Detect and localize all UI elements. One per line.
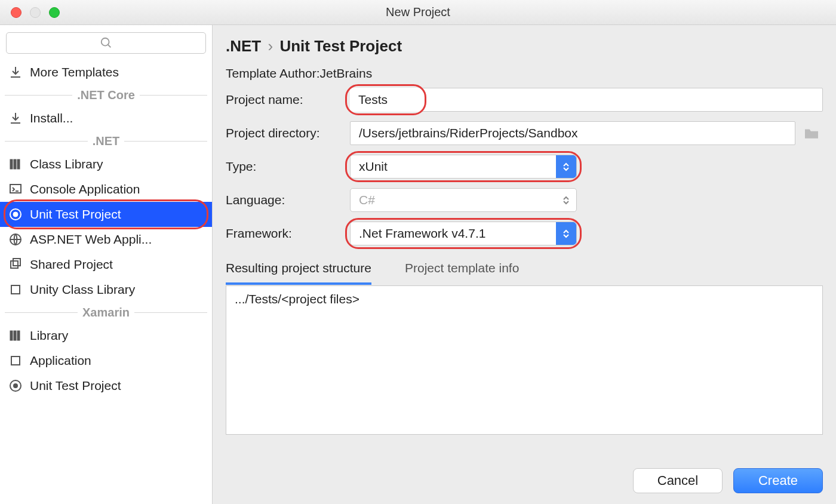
sidebar-item-xam-app[interactable]: Application bbox=[0, 348, 212, 373]
type-select[interactable]: xUnit bbox=[350, 155, 577, 179]
sidebar-item-label: More Templates bbox=[30, 65, 119, 79]
search-input[interactable] bbox=[6, 32, 206, 54]
chevron-updown-icon bbox=[556, 222, 576, 245]
svg-rect-2 bbox=[10, 159, 13, 169]
framework-select[interactable]: .Net Framework v4.7.1 bbox=[350, 222, 577, 245]
svg-rect-11 bbox=[11, 285, 20, 294]
sidebar-item-shared[interactable]: Shared Project bbox=[0, 252, 212, 277]
console-icon bbox=[8, 182, 23, 196]
test-icon bbox=[8, 379, 23, 393]
chevron-updown-icon bbox=[556, 155, 576, 178]
template-author: Template Author:JetBrains bbox=[226, 66, 823, 81]
svg-rect-13 bbox=[14, 331, 16, 340]
sidebar-item-aspnet[interactable]: ASP.NET Web Appli... bbox=[0, 227, 212, 252]
footer-buttons: Cancel Create bbox=[633, 468, 823, 493]
svg-point-0 bbox=[101, 38, 109, 46]
framework-label: Framework: bbox=[226, 226, 350, 241]
sidebar-item-label: Class Library bbox=[30, 157, 103, 171]
group-dotnet: .NET bbox=[0, 134, 212, 148]
globe-icon bbox=[8, 232, 23, 247]
sidebar-item-unit-test[interactable]: Unit Test Project bbox=[0, 202, 212, 227]
sidebar-item-label: Console Application bbox=[30, 182, 140, 196]
svg-rect-4 bbox=[17, 159, 20, 169]
window-controls bbox=[11, 7, 60, 18]
more-templates-item[interactable]: More Templates bbox=[0, 60, 212, 85]
project-dir-label: Project directory: bbox=[226, 126, 350, 140]
sidebar-item-label: ASP.NET Web Appli... bbox=[30, 232, 152, 247]
tabs: Resulting project structure Project temp… bbox=[226, 257, 823, 285]
project-name-input[interactable] bbox=[350, 88, 422, 112]
svg-rect-10 bbox=[13, 259, 20, 266]
main-layout: More Templates .NET Core Install... .NET… bbox=[0, 25, 836, 504]
sidebar-item-class-library[interactable]: Class Library bbox=[0, 152, 212, 177]
library-icon bbox=[8, 328, 23, 343]
folder-icon bbox=[803, 127, 820, 140]
svg-point-17 bbox=[13, 383, 18, 388]
tab-info[interactable]: Project template info bbox=[405, 257, 519, 285]
project-name-label: Project name: bbox=[226, 93, 350, 107]
sidebar-item-label: Shared Project bbox=[30, 257, 113, 272]
language-label: Language: bbox=[226, 193, 350, 207]
titlebar: New Project bbox=[0, 0, 836, 25]
shared-icon bbox=[8, 257, 23, 272]
sidebar-item-unity[interactable]: Unity Class Library bbox=[0, 277, 212, 302]
sidebar-item-label: Install... bbox=[30, 111, 73, 125]
breadcrumb: .NET › Unit Test Project bbox=[226, 37, 823, 56]
result-text: .../Tests/<project files> bbox=[235, 292, 359, 306]
sidebar-item-console-app[interactable]: Console Application bbox=[0, 177, 212, 202]
sidebar-item-label: Unit Test Project bbox=[30, 207, 121, 222]
sidebar-item-label: Unit Test Project bbox=[30, 379, 121, 393]
type-label: Type: bbox=[226, 159, 350, 174]
sidebar-item-xam-test[interactable]: Unit Test Project bbox=[0, 373, 212, 398]
chevron-updown-icon bbox=[556, 189, 576, 211]
group-xamarin: Xamarin bbox=[0, 306, 212, 319]
test-icon bbox=[8, 207, 23, 222]
svg-rect-15 bbox=[11, 357, 20, 365]
svg-rect-12 bbox=[10, 331, 13, 340]
search-icon bbox=[100, 36, 113, 50]
svg-rect-3 bbox=[14, 159, 16, 169]
language-select: C# bbox=[350, 188, 577, 212]
minimize-window-button[interactable] bbox=[30, 7, 41, 18]
result-panel: .../Tests/<project files> bbox=[226, 285, 823, 435]
download-icon bbox=[8, 65, 23, 79]
create-button[interactable]: Create bbox=[733, 468, 823, 493]
svg-rect-9 bbox=[11, 261, 18, 268]
download-icon bbox=[8, 111, 23, 125]
svg-point-7 bbox=[13, 212, 18, 217]
svg-rect-14 bbox=[17, 331, 20, 340]
sidebar-item-label: Library bbox=[30, 328, 68, 343]
group-dotnetcore: .NET Core bbox=[0, 88, 212, 102]
sidebar-item-label: Application bbox=[30, 354, 91, 368]
browse-folder-button[interactable] bbox=[800, 124, 823, 143]
content-panel: .NET › Unit Test Project Template Author… bbox=[213, 25, 836, 504]
sidebar-item-xam-library[interactable]: Library bbox=[0, 323, 212, 348]
project-dir-input[interactable] bbox=[350, 121, 795, 145]
svg-line-1 bbox=[107, 45, 110, 48]
window-title: New Project bbox=[386, 5, 450, 19]
cancel-button[interactable]: Cancel bbox=[633, 468, 723, 493]
library-icon bbox=[8, 157, 23, 171]
project-name-input-extend[interactable] bbox=[416, 88, 823, 112]
template-sidebar: More Templates .NET Core Install... .NET… bbox=[0, 25, 213, 504]
box-icon bbox=[8, 282, 23, 297]
box-icon bbox=[8, 354, 23, 368]
zoom-window-button[interactable] bbox=[49, 7, 60, 18]
close-window-button[interactable] bbox=[11, 7, 21, 18]
tab-structure[interactable]: Resulting project structure bbox=[226, 257, 371, 285]
install-item[interactable]: Install... bbox=[0, 106, 212, 131]
sidebar-item-label: Unity Class Library bbox=[30, 282, 135, 297]
